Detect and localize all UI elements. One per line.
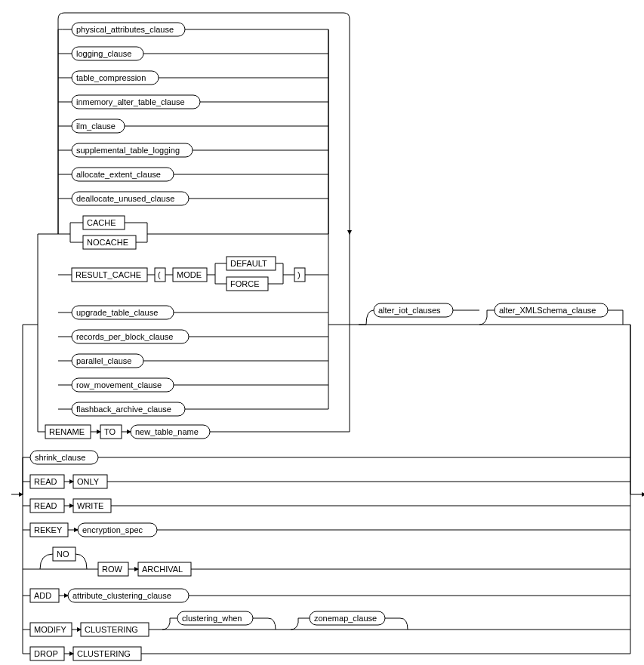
t-result-cache: RESULT_CACHE: [75, 270, 141, 279]
t-rparen: ): [297, 270, 300, 279]
t-read2: READ: [34, 501, 57, 510]
nt-physical-attributes: physical_attributes_clause: [76, 25, 174, 34]
nt-parallel: parallel_clause: [76, 356, 131, 365]
nt-inmemory: inmemory_alter_table_clause: [76, 97, 185, 106]
nt-upgrade-table: upgrade_table_clause: [76, 308, 158, 317]
t-default: DEFAULT: [230, 259, 267, 268]
t-add: ADD: [34, 591, 51, 600]
nt-ilm: ilm_clause: [76, 122, 116, 131]
nt-zonemap: zonemap_clause: [314, 614, 377, 623]
t-rekey: REKEY: [34, 525, 63, 534]
nt-records-per-block: records_per_block_clause: [76, 332, 173, 341]
t-lparen: (: [158, 270, 161, 279]
t-rename: RENAME: [49, 427, 85, 436]
t-read1: READ: [34, 477, 57, 486]
nt-allocate-extent: allocate_extent_clause: [76, 170, 161, 179]
t-force: FORCE: [230, 279, 260, 288]
t-clustering1: CLUSTERING: [85, 625, 138, 634]
t-mode: MODE: [177, 270, 202, 279]
nt-table-compression: table_compression: [76, 73, 146, 82]
nt-new-table-name: new_table_name: [135, 427, 199, 436]
nt-flashback: flashback_archive_clause: [76, 405, 171, 414]
t-only: ONLY: [77, 477, 100, 486]
nt-logging-clause: logging_clause: [76, 49, 131, 58]
nt-attr-clustering: attribute_clustering_clause: [72, 591, 171, 600]
nt-deallocate: deallocate_unused_clause: [76, 194, 174, 203]
t-no: NO: [57, 550, 69, 559]
nt-shrink: shrink_clause: [35, 453, 85, 462]
t-nocache: NOCACHE: [87, 238, 128, 247]
nt-clustering-when: clustering_when: [182, 614, 242, 623]
nt-supplemental: supplemental_table_logging: [76, 146, 180, 155]
t-drop: DROP: [34, 649, 58, 658]
t-to: TO: [104, 427, 116, 436]
t-write: WRITE: [77, 501, 103, 510]
t-clustering2: CLUSTERING: [77, 649, 131, 658]
t-cache: CACHE: [87, 218, 116, 227]
railroad-diagram: physical_attributes_clause logging_claus…: [11, 11, 644, 664]
nt-alter-iot: alter_iot_clauses: [378, 306, 441, 315]
t-row: ROW: [102, 565, 123, 574]
nt-encryption-spec: encryption_spec: [82, 525, 143, 534]
t-modify: MODIFY: [34, 625, 66, 634]
t-archival: ARCHIVAL: [142, 565, 183, 574]
nt-row-movement: row_movement_clause: [76, 380, 162, 389]
nt-alter-xmlschema: alter_XMLSchema_clause: [499, 306, 596, 315]
